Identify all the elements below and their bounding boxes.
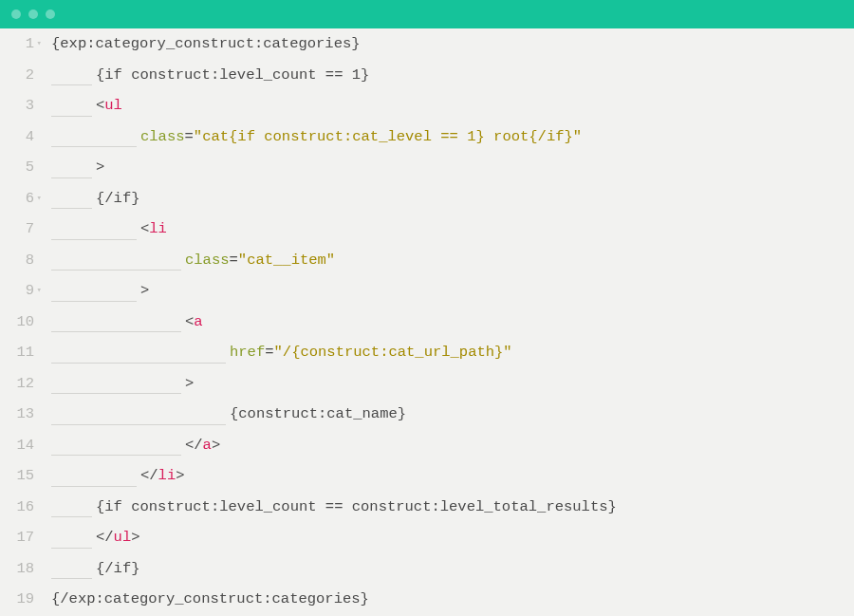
line-content: <li <box>51 220 167 237</box>
token-tag: a <box>203 437 212 454</box>
gutter: 1▾23456▾789▾10111213141516171819 <box>0 28 42 616</box>
line-content: </li> <box>51 467 185 484</box>
token-text: > <box>140 282 149 299</box>
code-line[interactable]: href="/{construct:cat_url_path}" <box>51 337 854 368</box>
line-content: </a> <box>51 437 220 454</box>
token-tag: ul <box>114 529 132 546</box>
indent-guide <box>51 331 181 332</box>
traffic-light-dot[interactable] <box>11 9 21 19</box>
token-str: "cat__item" <box>238 252 335 269</box>
token-attr: class <box>140 128 185 145</box>
line-content: {construct:cat_name} <box>51 405 406 422</box>
indent-guide <box>51 424 226 425</box>
code-line[interactable]: </li> <box>51 460 854 492</box>
code-line[interactable]: {/if} <box>51 183 854 215</box>
line-content: > <box>51 375 194 392</box>
chevron-down-icon[interactable]: ▾ <box>37 275 42 307</box>
line-number: 6▾ <box>0 183 34 215</box>
token-text: = <box>230 252 238 269</box>
code-line[interactable]: </a> <box>51 430 854 461</box>
indent-guide <box>51 146 137 147</box>
code-line[interactable]: {/if} <box>51 553 854 585</box>
line-content: </ul> <box>51 529 140 546</box>
indent-guide <box>51 208 92 209</box>
token-text: {if construct:level_count == 1} <box>96 66 369 84</box>
line-content: class="cat__item" <box>51 252 335 269</box>
indent-guide <box>51 239 137 240</box>
token-text: > <box>131 529 139 546</box>
token-text: {/exp:category_construct:categories} <box>51 590 369 607</box>
indent-guide <box>51 578 92 579</box>
line-number: 8 <box>0 245 34 276</box>
code-line[interactable]: <li <box>51 214 854 245</box>
line-content: {/if} <box>51 560 140 577</box>
code-editor[interactable]: 1▾23456▾789▾10111213141516171819 {exp:ca… <box>0 28 854 616</box>
code-line[interactable]: > <box>51 152 854 183</box>
traffic-light-dot[interactable] <box>46 9 55 19</box>
line-number: 3 <box>0 90 34 121</box>
token-text: < <box>96 97 104 114</box>
token-str: "cat{if construct:cat_level == 1} root{/… <box>194 128 582 145</box>
token-text: {exp:category_construct:categories} <box>51 35 361 52</box>
indent-guide <box>51 301 137 302</box>
code-line[interactable]: {exp:category_construct:categories} <box>51 28 854 60</box>
token-text: {/if} <box>96 560 140 577</box>
line-number: 7 <box>0 214 34 245</box>
token-tag: li <box>158 467 176 484</box>
line-content: <ul <box>51 97 122 114</box>
token-text: </ <box>96 529 114 546</box>
code-area[interactable]: {exp:category_construct:categories}{if c… <box>42 28 854 616</box>
token-tag: ul <box>104 97 122 114</box>
line-number: 15 <box>0 460 34 492</box>
code-line[interactable]: > <box>51 368 854 400</box>
indent-guide <box>51 455 181 456</box>
chevron-down-icon[interactable]: ▾ <box>37 183 42 215</box>
line-content: {exp:category_construct:categories} <box>51 35 361 52</box>
indent-guide <box>51 84 92 85</box>
line-number: 18 <box>0 553 34 585</box>
line-number: 17 <box>0 522 34 553</box>
token-text: = <box>185 128 194 145</box>
token-attr: href <box>230 344 265 361</box>
code-line[interactable]: {if construct:level_count == construct:l… <box>51 492 854 523</box>
token-text: > <box>96 159 104 176</box>
code-line[interactable]: <ul <box>51 90 854 121</box>
token-tag: li <box>149 220 167 237</box>
indent-guide <box>51 486 137 487</box>
line-content: <a <box>51 313 203 330</box>
line-number: 1▾ <box>0 28 34 60</box>
line-number: 2 <box>0 60 34 91</box>
code-line[interactable]: class="cat{if construct:cat_level == 1} … <box>51 121 854 153</box>
token-text: < <box>185 313 194 330</box>
line-content: > <box>51 159 104 176</box>
line-content: > <box>51 282 149 299</box>
line-content: {/if} <box>51 190 140 207</box>
code-line[interactable]: <a <box>51 307 854 338</box>
token-tag: a <box>194 313 202 330</box>
code-line[interactable]: </ul> <box>51 522 854 553</box>
line-content: class="cat{if construct:cat_level == 1} … <box>51 128 582 145</box>
indent-guide <box>51 363 226 364</box>
code-line[interactable]: class="cat__item" <box>51 245 854 276</box>
token-text: </ <box>140 467 158 484</box>
code-line[interactable]: {if construct:level_count == 1} <box>51 60 854 91</box>
line-number: 12 <box>0 368 34 400</box>
indent-guide <box>51 270 181 271</box>
token-str: "/{construct:cat_url_path}" <box>274 344 512 361</box>
line-number: 5 <box>0 152 34 183</box>
token-text: </ <box>185 437 203 454</box>
line-number: 14 <box>0 430 34 461</box>
line-number: 19 <box>0 584 34 615</box>
line-content: href="/{construct:cat_url_path}" <box>51 344 512 361</box>
indent-guide <box>51 116 92 117</box>
code-line[interactable]: {/exp:category_construct:categories} <box>51 584 854 615</box>
code-line[interactable]: > <box>51 275 854 307</box>
line-number: 4 <box>0 121 34 153</box>
line-content: {if construct:level_count == construct:l… <box>51 498 617 515</box>
token-text: {if construct:level_count == construct:l… <box>96 498 617 515</box>
chevron-down-icon[interactable]: ▾ <box>37 28 42 60</box>
traffic-light-dot[interactable] <box>28 9 38 19</box>
window-titlebar <box>0 0 854 28</box>
indent-guide <box>51 548 92 549</box>
code-line[interactable]: {construct:cat_name} <box>51 399 854 430</box>
